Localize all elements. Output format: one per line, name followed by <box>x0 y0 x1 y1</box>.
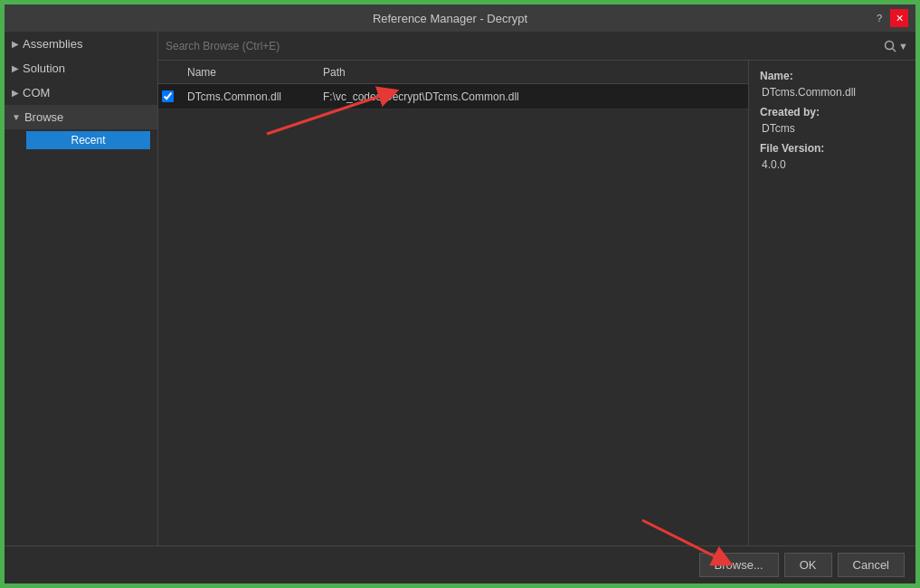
assemblies-arrow-icon: ▶ <box>12 39 19 49</box>
table-body: DTcms.Common.dll F:\vc_codes\Decrypt\DTc… <box>158 84 748 545</box>
sidebar-item-browse[interactable]: ▼ Browse <box>5 105 157 129</box>
table-header: Name Path <box>158 61 748 84</box>
help-button[interactable]: ? <box>870 9 888 27</box>
ok-button[interactable]: OK <box>784 553 832 577</box>
solution-arrow-icon: ▶ <box>12 63 19 73</box>
row-name: DTcms.Common.dll <box>187 90 323 103</box>
info-name-label: Name: <box>760 70 905 82</box>
file-list-area: Name Path DTcms.Common.dll F:\vc_codes\D… <box>158 61 748 545</box>
cancel-button[interactable]: Cancel <box>838 553 905 577</box>
info-created-by-value: DTcms <box>760 122 905 135</box>
search-input[interactable] <box>166 40 880 52</box>
browse-button[interactable]: Browse... <box>699 553 779 577</box>
info-file-version-label: File Version: <box>760 142 905 155</box>
sidebar-item-solution[interactable]: ▶ Solution <box>5 56 157 81</box>
browse-arrow-icon: ▼ <box>12 112 21 122</box>
info-panel: Name: DTcms.Common.dll Created by: DTcms… <box>748 61 915 545</box>
sidebar: ▶ Assemblies ▶ Solution ▶ COM ▼ Browse R… <box>5 32 158 545</box>
bottom-bar: Browse... OK Cancel <box>5 545 915 583</box>
main-content: ▶ Assemblies ▶ Solution ▶ COM ▼ Browse R… <box>5 32 915 545</box>
row-path: F:\vc_codes\Decrypt\DTcms.Common.dll <box>323 90 745 103</box>
svg-point-0 <box>886 41 894 49</box>
sidebar-item-com-label: COM <box>23 86 50 100</box>
recent-button[interactable]: Recent <box>26 131 150 149</box>
window-title: Reference Manager - Decrypt <box>30 12 870 25</box>
info-created-by-label: Created by: <box>760 106 905 119</box>
col-header-name: Name <box>187 66 323 79</box>
info-file-version-value: 4.0.0 <box>760 158 905 171</box>
row-checkbox-input[interactable] <box>162 90 174 102</box>
title-bar: Reference Manager - Decrypt ? ✕ <box>5 5 915 32</box>
center-area: Name Path DTcms.Common.dll F:\vc_codes\D… <box>158 61 915 545</box>
com-arrow-icon: ▶ <box>12 88 19 98</box>
title-bar-controls: ? ✕ <box>870 9 908 27</box>
sidebar-item-browse-label: Browse <box>24 110 63 124</box>
row-checkbox[interactable] <box>162 90 187 102</box>
search-icon[interactable]: ▼ <box>884 40 908 52</box>
col-header-path: Path <box>323 66 745 79</box>
close-button[interactable]: ✕ <box>890 9 908 27</box>
sidebar-item-assemblies[interactable]: ▶ Assemblies <box>5 32 157 56</box>
info-name-value: DTcms.Common.dll <box>760 86 905 99</box>
right-area: ▼ Name Path <box>158 32 915 545</box>
table-row[interactable]: DTcms.Common.dll F:\vc_codes\Decrypt\DTc… <box>158 84 748 109</box>
sidebar-item-solution-label: Solution <box>23 62 65 75</box>
reference-manager-window: Reference Manager - Decrypt ? ✕ ▶ Assemb… <box>5 5 915 583</box>
svg-line-1 <box>893 48 896 52</box>
sidebar-item-com[interactable]: ▶ COM <box>5 81 157 105</box>
search-bar: ▼ <box>158 32 915 61</box>
sidebar-item-assemblies-label: Assemblies <box>23 37 82 51</box>
